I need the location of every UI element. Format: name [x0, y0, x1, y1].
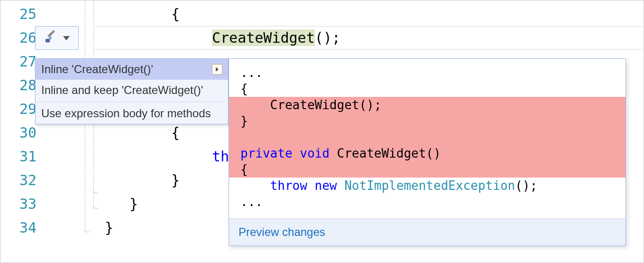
line-number: 32: [0, 169, 37, 192]
quick-actions-button[interactable]: [35, 26, 79, 50]
menu-item-inline-keep[interactable]: Inline and keep 'CreateWidget()': [36, 80, 228, 101]
menu-divider: [38, 102, 225, 102]
preview-panel: ... { CreateWidget(); } private void Cre…: [229, 58, 626, 246]
submenu-arrow-icon[interactable]: [212, 64, 222, 75]
preview-code: ... { CreateWidget(); } private void Cre…: [229, 59, 626, 218]
line-number: 33: [0, 192, 37, 216]
menu-item-label: Inline 'CreateWidget()': [41, 63, 153, 76]
preview-changes-link[interactable]: Preview changes: [229, 218, 626, 245]
chevron-down-icon: [63, 36, 70, 40]
line-number: 25: [0, 2, 37, 26]
line-number: 28: [0, 74, 37, 97]
code-line: CreateWidget();: [105, 26, 340, 50]
code-line: {: [105, 2, 340, 26]
line-number: 34: [0, 216, 37, 240]
menu-item-inline[interactable]: Inline 'CreateWidget()': [36, 59, 228, 80]
menu-item-label: Use expression body for methods: [41, 107, 211, 120]
quick-actions-menu: Inline 'CreateWidget()' Inline and keep …: [35, 58, 229, 124]
line-number: 26: [0, 26, 37, 50]
menu-item-label: Inline and keep 'CreateWidget()': [41, 84, 203, 97]
line-number: 31: [0, 145, 37, 169]
preview-changes-label: Preview changes: [239, 225, 325, 238]
menu-item-expression-body[interactable]: Use expression body for methods: [36, 103, 228, 124]
line-number: 29: [0, 97, 37, 121]
screwdriver-icon: [44, 30, 58, 46]
deleted-code-block: CreateWidget(); } private void CreateWid…: [229, 97, 626, 178]
svg-rect-0: [46, 39, 50, 43]
method-call-token: CreateWidget: [212, 29, 315, 46]
svg-rect-2: [47, 30, 55, 37]
line-number: 30: [0, 121, 37, 145]
line-number: 27: [0, 50, 37, 74]
